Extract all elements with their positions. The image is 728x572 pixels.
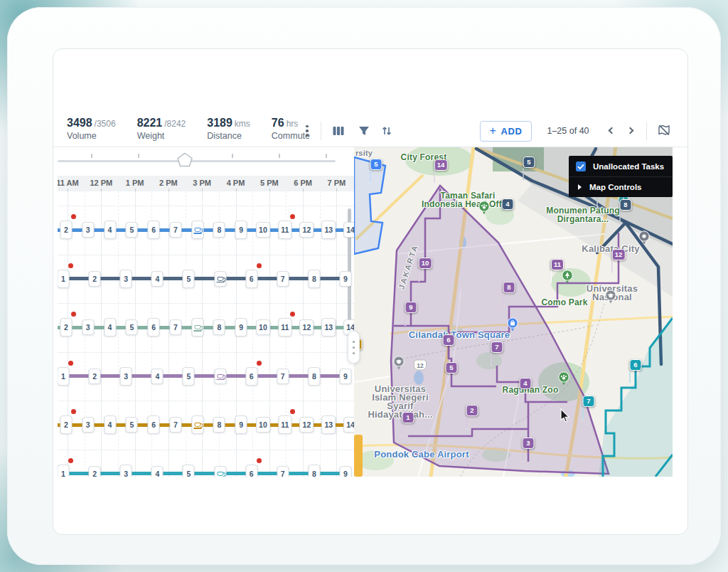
route-break-stop[interactable] [214,466,226,477]
map-marker[interactable]: 7 [583,396,595,420]
route-stop[interactable]: 3 [120,465,132,477]
route-stop[interactable]: 4 [104,221,116,239]
route-stop[interactable]: 13 [321,221,336,239]
route-stop[interactable]: 4 [104,415,116,434]
route-stop[interactable]: 2 [60,318,73,337]
route-stop[interactable]: 5 [126,319,138,335]
route-stop[interactable]: 2 [89,466,101,477]
route-stop[interactable]: 7 [169,417,181,433]
map-off-icon[interactable] [658,124,670,137]
route-stop[interactable]: 7 [277,271,289,287]
map-marker[interactable]: 6 [443,334,455,359]
chevron-right-icon[interactable] [624,125,637,137]
route-stop[interactable]: 8 [213,222,225,238]
map-marker[interactable]: 5 [523,157,535,181]
checkbox-checked-icon[interactable] [576,161,586,171]
route-stop[interactable]: 2 [89,369,101,384]
route-stop[interactable]: 7 [277,369,289,384]
route-stop[interactable]: 2 [60,221,73,239]
route-break-stop[interactable] [214,369,226,384]
route-stop[interactable]: 9 [340,466,352,477]
route-stop[interactable]: 12 [300,319,314,335]
route-stop[interactable]: 3 [120,367,132,386]
map-marker[interactable]: 8 [620,199,632,223]
columns-icon[interactable] [332,125,345,137]
sort-icon[interactable] [380,125,393,137]
unallocated-tasks-toggle[interactable]: Unallocated Tasks [569,156,673,176]
route-stop[interactable]: 4 [151,466,164,477]
route-stop[interactable]: 2 [60,415,73,434]
route-stop[interactable]: 4 [151,369,164,384]
route-stop[interactable]: 12 [300,417,314,433]
map-marker[interactable]: 5 [370,159,382,183]
map-marker[interactable]: 4 [520,378,532,402]
route-stop[interactable]: 9 [235,415,247,434]
route-stop[interactable]: 8 [308,367,320,386]
map-controls-expander[interactable]: Map Controls [569,176,673,197]
map-marker[interactable]: 7 [491,341,503,366]
map-marker[interactable]: 2 [466,405,478,429]
route-stop[interactable]: 5 [126,222,138,238]
route-stop[interactable]: 1 [58,270,70,288]
route-stop[interactable]: 7 [169,319,181,335]
route-stop[interactable]: 9 [340,271,352,287]
route-stop[interactable]: 3 [82,319,94,335]
map-marker[interactable]: 14 [434,159,448,184]
map-marker[interactable]: 3 [523,438,535,462]
route-stop[interactable]: 5 [183,465,195,477]
route-stop[interactable]: 4 [104,318,116,337]
route-stop[interactable]: 11 [278,318,291,337]
route-break-stop[interactable] [191,415,203,434]
route-stop[interactable]: 8 [308,465,320,477]
route-stop[interactable]: 11 [278,415,291,434]
slider-thumb[interactable] [177,152,193,170]
route-stop[interactable]: 3 [82,222,94,238]
time-range-slider[interactable] [58,147,354,173]
map-marker[interactable]: 6 [630,359,642,383]
route-stop[interactable]: 9 [235,318,247,337]
route-stop[interactable]: 9 [235,221,247,239]
route-stop[interactable]: 8 [213,417,225,433]
route-stop[interactable]: 7 [277,466,289,477]
filter-icon[interactable] [358,125,370,137]
route-stop[interactable]: 6 [148,318,160,337]
route-stop[interactable]: 12 [300,222,314,238]
route-stop[interactable]: 3 [120,270,132,288]
route-stop[interactable]: 6 [245,270,257,288]
map-marker[interactable]: 5 [446,362,458,386]
route-stop[interactable]: 6 [148,221,160,239]
panel-splitter-handle[interactable] [348,331,360,364]
route-stop[interactable]: 5 [183,367,195,386]
route-stop[interactable]: 4 [151,271,164,287]
map-marker[interactable]: 11 [551,259,564,283]
route-stop[interactable]: 11 [278,221,291,239]
route-stop[interactable]: 6 [245,367,257,386]
route-stop[interactable]: 2 [89,271,101,287]
route-stop[interactable]: 6 [148,415,160,434]
route-stop[interactable]: 9 [340,369,352,384]
route-stop[interactable]: 10 [256,222,270,238]
kebab-menu-icon[interactable] [301,122,314,140]
map-marker[interactable]: 4 [502,198,514,210]
map-panel[interactable]: 5145478101211896735647213rsityCity Fores… [354,147,673,477]
route-stop[interactable]: 5 [126,417,138,433]
route-break-stop[interactable] [214,271,226,287]
route-stop[interactable]: 10 [256,417,270,433]
route-stop[interactable]: 8 [308,270,320,288]
route-stop[interactable]: 3 [82,417,94,433]
map-marker[interactable]: 12 [612,249,626,273]
route-stop[interactable]: 1 [58,465,70,477]
add-button[interactable]: + ADD [480,121,532,142]
slider-track[interactable] [58,160,336,162]
route-stop[interactable]: 7 [169,222,181,238]
route-stop[interactable]: 14 [343,417,354,433]
route-break-stop[interactable] [191,318,203,337]
route-stop[interactable]: 13 [321,415,336,434]
route-stop[interactable]: 6 [245,465,257,477]
route-stop[interactable]: 10 [256,319,270,335]
chevron-left-icon[interactable] [606,125,619,137]
route-break-stop[interactable] [191,221,203,239]
route-stop[interactable]: 1 [58,367,70,386]
route-stop[interactable]: 5 [183,270,195,288]
map-marker[interactable]: 9 [405,302,417,326]
